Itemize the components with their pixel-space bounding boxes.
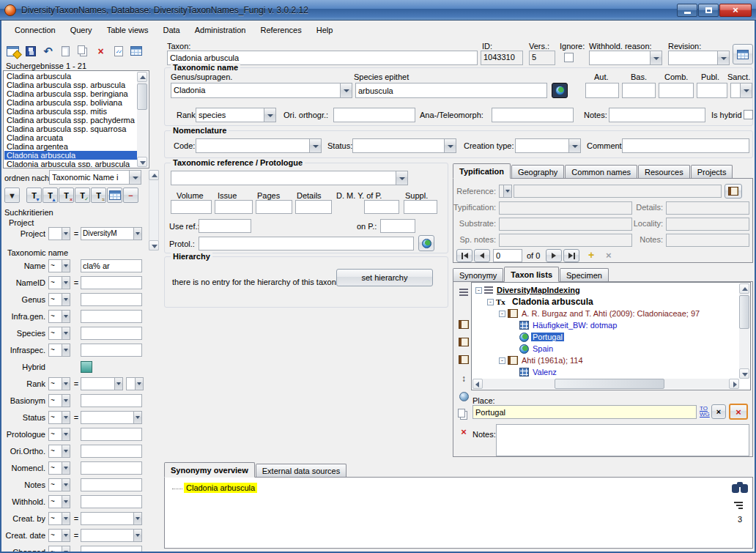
tab-synonymy[interactable]: Synonymy — [453, 268, 503, 281]
first-record-button[interactable] — [456, 249, 472, 262]
species-operator-combo[interactable]: ~ — [48, 327, 70, 340]
add-typification-button[interactable]: + — [588, 249, 594, 261]
protologue-operator-combo[interactable]: ~ — [48, 428, 70, 441]
reference-book-button[interactable] — [456, 317, 471, 332]
maximize-button[interactable] — [698, 4, 719, 17]
species-input[interactable] — [81, 327, 142, 340]
place-clear-button[interactable]: × — [711, 404, 726, 419]
basionym-input[interactable] — [81, 394, 142, 407]
save-button[interactable] — [22, 42, 39, 59]
name-input[interactable] — [81, 259, 142, 272]
changed-input[interactable] — [81, 546, 142, 553]
tree-node[interactable]: Valenz — [472, 366, 738, 378]
tab-specimen[interactable]: Specimen — [560, 268, 609, 281]
scroll-down-icon[interactable] — [137, 157, 147, 167]
nomencl-input[interactable] — [81, 461, 142, 475]
tree-node[interactable]: -DiversityMapIndexing — [472, 284, 738, 296]
delete-typification-button[interactable]: × — [606, 250, 612, 261]
search-result-item[interactable]: Cladina argentea — [4, 142, 137, 151]
anamorph-input[interactable] — [492, 108, 574, 122]
on-page-input[interactable] — [380, 219, 415, 233]
search-result-item[interactable]: Cladina arbuscula ssp. squarrosa — [4, 125, 137, 133]
tab-typification[interactable]: Typification — [453, 163, 511, 179]
search-result-item[interactable]: Cladina arbuscula ssp. boliviana — [4, 98, 137, 107]
search-result-item[interactable]: Cladonia arbuscula ssp. arbuscula — [4, 160, 137, 167]
name-operator-combo[interactable]: ~ — [48, 259, 70, 272]
wg-link[interactable]: WG — [700, 412, 710, 417]
scrollbar-thumb[interactable] — [555, 379, 664, 389]
comment-input[interactable] — [622, 138, 749, 153]
tab-common-names[interactable]: Common names — [565, 165, 637, 178]
creat-date-select[interactable] — [81, 529, 142, 542]
rank-select[interactable] — [81, 377, 123, 390]
status-combo[interactable] — [352, 138, 456, 153]
last-record-button[interactable] — [563, 249, 579, 262]
filter-grid-button[interactable] — [107, 188, 122, 203]
genus-combo[interactable]: Cladonia — [171, 83, 352, 98]
menu-item-help[interactable]: Help — [309, 23, 341, 37]
reference-combo[interactable] — [171, 171, 408, 185]
basionym-author-input[interactable] — [622, 83, 656, 98]
scrollbar-thumb[interactable] — [739, 295, 749, 329]
filter-menu-button[interactable]: ▼ — [4, 188, 20, 203]
title-bar[interactable]: DiversityTaxonNames, Database: Diversity… — [0, 0, 756, 21]
scroll-left-icon[interactable] — [472, 379, 483, 389]
ori-ortho-input[interactable] — [81, 445, 142, 458]
reference-book-3-button[interactable] — [456, 352, 471, 367]
scroll-right-icon[interactable] — [729, 379, 739, 389]
set-hierarchy-button[interactable]: set hierarchy — [336, 269, 433, 286]
tree-node[interactable]: -Ahti (1961a); 114 — [472, 355, 738, 366]
order-by-combo[interactable]: Taxonomic Name i — [49, 170, 141, 185]
scroll-up-icon[interactable] — [137, 72, 147, 82]
status-operator-combo[interactable]: ~ — [48, 411, 70, 424]
nameid-input[interactable] — [81, 276, 142, 289]
menu-item-table-views[interactable]: Table views — [100, 23, 156, 37]
supplement-input[interactable] — [404, 200, 437, 214]
project-select[interactable]: DiversityM — [81, 227, 142, 240]
next-record-button[interactable] — [546, 249, 562, 262]
filter-name-like-button[interactable]: T≈ — [91, 188, 106, 203]
pages-input[interactable] — [256, 200, 292, 214]
sanctioning-combo[interactable] — [730, 83, 752, 98]
rank-operator-combo[interactable]: ~ — [48, 377, 70, 390]
infraspec-operator-combo[interactable]: ~ — [48, 344, 70, 357]
collapse-icon[interactable]: - — [499, 357, 505, 364]
reference-lookup-button[interactable] — [724, 184, 742, 198]
place-delete-button[interactable]: × — [729, 404, 748, 420]
tree-node[interactable]: Häufigkeit_BW: dotmap — [472, 319, 738, 331]
tab-taxon-lists[interactable]: Taxon lists — [504, 267, 559, 282]
original-orthography-input[interactable] — [333, 108, 415, 122]
connect-database-button[interactable] — [4, 42, 21, 59]
hierarchy-depth-icon[interactable] — [734, 502, 743, 511]
nomencl-operator-combo[interactable]: ~ — [48, 461, 70, 475]
ignore-checkbox[interactable] — [564, 53, 574, 62]
reference-book-2-button[interactable] — [456, 335, 471, 349]
results-scrollbar[interactable] — [137, 72, 148, 167]
search-result-item[interactable]: Cladina arbuscula ssp. arbuscula — [4, 81, 137, 89]
delete-button[interactable]: × — [92, 42, 109, 59]
scroll-up-icon[interactable] — [149, 170, 159, 180]
changed-operator-combo[interactable]: ~ — [48, 546, 70, 553]
minimize-button[interactable] — [677, 4, 697, 17]
volume-input[interactable] — [171, 200, 212, 214]
synonymy-root-item[interactable]: Cladonia arbuscula — [184, 483, 257, 493]
collapse-icon[interactable]: - — [487, 299, 494, 305]
menu-item-administration[interactable]: Administration — [188, 23, 253, 37]
tab-external-data-sources[interactable]: External data sources — [256, 464, 346, 477]
previous-record-button[interactable] — [474, 249, 490, 262]
status-select[interactable] — [81, 411, 142, 424]
collapse-icon[interactable]: - — [499, 311, 505, 317]
tree-horizontal-scrollbar[interactable] — [472, 379, 739, 389]
tab-geography[interactable]: Geography — [511, 165, 564, 178]
creat-by-select[interactable] — [81, 512, 142, 525]
notes-operator-combo[interactable]: ~ — [48, 478, 70, 491]
withhold-reason-combo[interactable] — [589, 51, 662, 65]
author-globe-button[interactable] — [552, 83, 568, 98]
creat-by-operator-combo[interactable]: ~ — [48, 512, 70, 525]
withhold-input[interactable] — [81, 495, 142, 508]
tab-projects[interactable]: Projects — [691, 165, 733, 178]
is-hybrid-checkbox[interactable] — [744, 110, 753, 119]
publication-input[interactable] — [697, 83, 727, 98]
tab-synonymy-overview[interactable]: Synonymy overview — [164, 462, 255, 478]
name-notes-input[interactable] — [609, 108, 705, 122]
